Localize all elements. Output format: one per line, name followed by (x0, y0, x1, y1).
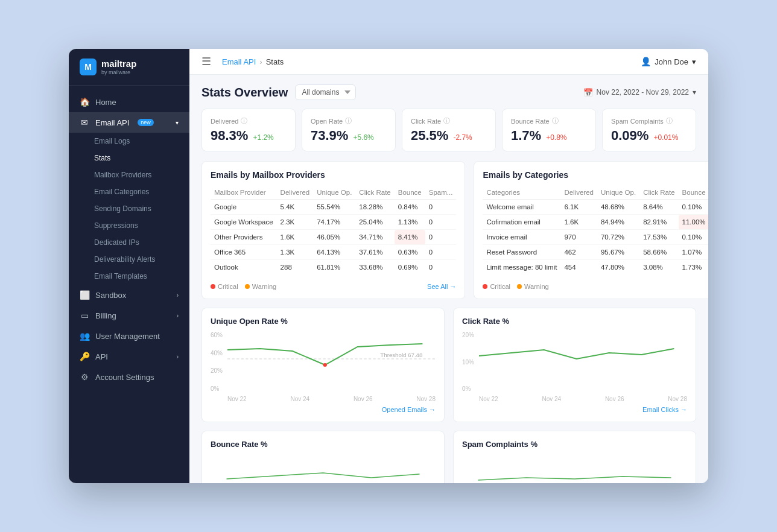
kpi-click-rate-delta: -2.7% (453, 133, 472, 142)
sidebar-item-dedicated-ips[interactable]: Dedicated IPs (69, 234, 189, 251)
spam-cell: 0 (425, 200, 457, 215)
charts-row: Unique Open Rate % 60% 40% 20% 0% (201, 308, 696, 422)
email-categories-title: Emails by Categories (483, 170, 708, 180)
see-all-mailbox[interactable]: See All → (427, 283, 456, 290)
mailbox-providers-title: Emails by Mailbox Providers (211, 170, 456, 180)
sidebar-item-email-api[interactable]: ✉ Email API new ▾ (69, 112, 189, 133)
sidebar-item-suppressions[interactable]: Suppressions (69, 217, 189, 234)
logo-text: mailtrap (101, 59, 136, 69)
col-delivered: Delivered (277, 186, 314, 200)
mailbox-providers-table: Mailbox Provider Delivered Unique Op. Cl… (211, 186, 456, 274)
unique-op-cell: 74.17% (313, 215, 355, 230)
kpi-open-rate-delta: +5.6% (353, 133, 373, 142)
kpi-open-rate-value: 73.9% (311, 128, 348, 144)
info-icon[interactable]: ⓘ (241, 116, 247, 125)
delivered-cell: 2.3K (277, 215, 314, 230)
sidebar-item-label: Account Settings (95, 373, 154, 382)
sidebar-item-label: Deliverability Alerts (94, 255, 155, 264)
click-rate-chart-svg (479, 332, 687, 392)
kpi-bounce-rate-delta: +0.8% (546, 133, 566, 142)
sidebar-item-api[interactable]: 🔑 API › (69, 346, 189, 367)
col-spam: Spam... (425, 186, 457, 200)
provider-cell[interactable]: Other Providers (211, 230, 277, 245)
kpi-delivered: Delivered ⓘ 98.3% +1.2% (201, 109, 296, 151)
delivered-cell: 1.6K (560, 215, 597, 230)
category-cell[interactable]: Limit message: 80 limit (483, 260, 560, 275)
date-chevron-icon: ▾ (693, 88, 696, 97)
sidebar-item-deliverability-alerts[interactable]: Deliverability Alerts (69, 251, 189, 268)
category-cell[interactable]: Welcome email (483, 200, 560, 215)
sidebar-item-billing[interactable]: ▭ Billing › (69, 305, 189, 326)
bounce-rate-svg (211, 455, 436, 483)
col-category: Categories (483, 186, 560, 200)
info-icon[interactable]: ⓘ (345, 116, 352, 125)
click-rate-chart-section: Click Rate % 20% 10% 0% (453, 308, 696, 422)
y-label: 20% (211, 367, 223, 374)
x-label: Nov 24 (542, 396, 561, 402)
click-rate-cell: 58.66% (639, 245, 678, 260)
opened-emails-link[interactable]: Opened Emails → (382, 406, 436, 413)
date-range-picker[interactable]: 📅 Nov 22, 2022 - Nov 29, 2022 ▾ (583, 88, 696, 97)
sidebar-item-home[interactable]: 🏠 Home (69, 92, 189, 112)
sidebar-item-account-settings[interactable]: ⚙ Account Settings (69, 367, 189, 387)
sidebar-item-label: Stats (94, 154, 110, 162)
users-icon: 👥 (80, 331, 89, 341)
category-cell[interactable]: Reset Password (483, 245, 560, 260)
spam-complaints-chart-section: Spam Complaints % (453, 431, 696, 483)
sidebar-item-mailbox-providers[interactable]: Mailbox Providers (69, 166, 189, 183)
spam-complaints-title: Spam Complaints % (462, 440, 687, 449)
sidebar-item-sending-domains[interactable]: Sending Domains (69, 200, 189, 217)
sidebar-item-label: API (95, 352, 108, 361)
bounce-rate-title: Bounce Rate % (211, 440, 436, 449)
sidebar-item-label: User Management (95, 332, 160, 341)
billing-icon: ▭ (80, 311, 89, 320)
sidebar-item-sandbox[interactable]: ⬜ Sandbox › (69, 285, 189, 305)
delivered-cell: 970 (560, 230, 597, 245)
info-icon[interactable]: ⓘ (666, 116, 673, 125)
user-menu[interactable]: 👤 John Doe ▾ (641, 57, 696, 66)
provider-cell[interactable]: Google Workspace (211, 215, 277, 230)
click-rate-cell: 8.64% (639, 200, 678, 215)
provider-cell[interactable]: Google (211, 200, 277, 215)
table-row: Cofirmation email 1.6K 84.94% 82.91% 11.… (483, 215, 708, 230)
sidebar-item-email-templates[interactable]: Email Templates (69, 268, 189, 285)
y-label: 0% (211, 385, 223, 392)
bounce-cell: 1.13% (395, 215, 425, 230)
click-rate-cell: 17.53% (639, 230, 678, 245)
sidebar-item-email-logs[interactable]: Email Logs (69, 133, 189, 150)
provider-cell[interactable]: Outlook (211, 260, 277, 275)
kpi-open-rate-label: Open Rate ⓘ (311, 116, 387, 125)
open-rate-chart-footer: Opened Emails → (211, 406, 436, 413)
table-row: Google Workspace 2.3K 74.17% 25.04% 1.13… (211, 215, 456, 230)
info-icon[interactable]: ⓘ (443, 116, 450, 125)
col-provider: Mailbox Provider (211, 186, 277, 200)
x-label: Nov 22 (227, 396, 247, 402)
click-rate-cell: 3.08% (639, 260, 678, 275)
spam-cell: 0 (425, 215, 457, 230)
info-icon[interactable]: ⓘ (552, 116, 559, 125)
breadcrumb-link[interactable]: Email API (222, 57, 256, 66)
y-label: 10% (462, 359, 474, 366)
unique-op-cell: 48.68% (597, 200, 639, 215)
unique-op-cell: 84.94% (597, 215, 639, 230)
email-clicks-link[interactable]: Email Clicks → (642, 406, 687, 413)
chevron-right-icon: › (177, 353, 179, 360)
sidebar-item-email-categories[interactable]: Email Categories (69, 183, 189, 200)
sidebar-item-label: Dedicated IPs (94, 238, 139, 247)
svg-point-2 (323, 363, 326, 367)
chevron-right-icon: › (177, 312, 179, 319)
category-cell[interactable]: Cofirmation email (483, 215, 560, 230)
bounce-cell: 11.00% (679, 215, 708, 230)
category-cell[interactable]: Invoice email (483, 230, 560, 245)
sidebar-item-stats[interactable]: Stats (69, 150, 189, 166)
kpi-delivered-value: 98.3% (211, 128, 248, 144)
nav-toggle-icon[interactable]: ☰ (201, 55, 211, 68)
provider-cell[interactable]: Office 365 (211, 245, 277, 260)
table-row: Google 5.4K 55.54% 18.28% 0.84% 0 (211, 200, 456, 215)
kpi-click-rate-label: Click Rate ⓘ (411, 116, 487, 125)
sidebar-item-user-management[interactable]: 👥 User Management (69, 326, 189, 346)
click-rate-cell: 18.28% (355, 200, 394, 215)
chevron-right-icon: › (177, 292, 179, 299)
legend-warning: Warning (524, 283, 549, 290)
domain-select[interactable]: All domains (295, 84, 356, 100)
